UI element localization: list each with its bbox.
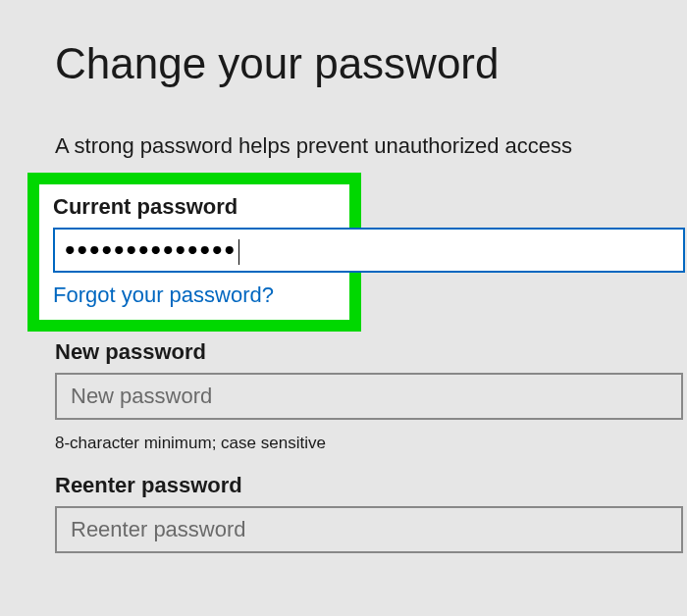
reenter-password-label: Reenter password	[55, 473, 687, 498]
password-hint: 8-character minimum; case sensitive	[55, 434, 687, 453]
forgot-password-link[interactable]: Forgot your password?	[53, 282, 274, 308]
page-subtitle: A strong password helps prevent unauthor…	[55, 133, 687, 159]
reenter-password-section: Reenter password	[55, 473, 687, 553]
current-password-label: Current password	[53, 194, 336, 220]
current-password-wrapper: ••••••••••••••	[53, 228, 336, 273]
page-title: Change your password	[55, 39, 687, 88]
new-password-input[interactable]	[55, 373, 683, 420]
new-password-section: New password 8-character minimum; case s…	[55, 339, 687, 453]
current-password-highlight: Current password •••••••••••••• Forgot y…	[27, 173, 361, 332]
new-password-label: New password	[55, 339, 687, 365]
reenter-password-input[interactable]	[55, 506, 683, 553]
current-password-input[interactable]	[53, 228, 685, 273]
